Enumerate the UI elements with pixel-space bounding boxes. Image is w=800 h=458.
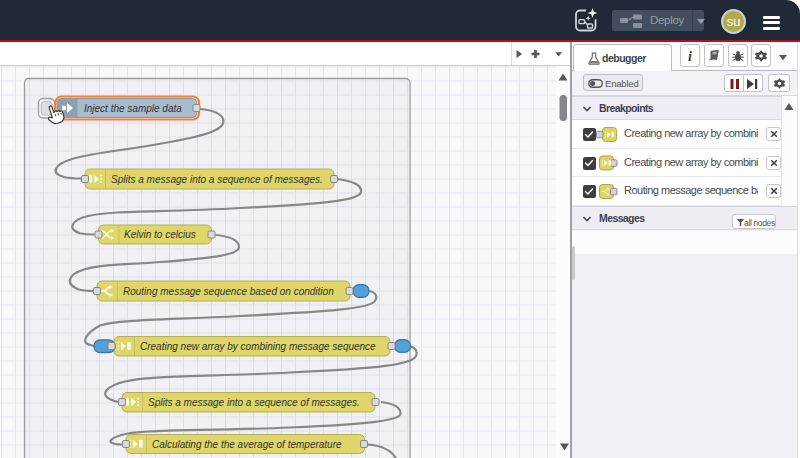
svg-text:Creating new array by combinin: Creating new array by combining message … [140, 341, 376, 352]
svg-text:Splits a message into a sequen: Splits a message into a sequence of mess… [111, 174, 323, 185]
svg-text:Splits a message into a sequen: Splits a message into a sequence of mess… [148, 397, 360, 408]
svg-text:Inject the sample data: Inject the sample data [84, 103, 182, 114]
svg-text:Calculating the the average of: Calculating the the average of temperatu… [152, 439, 342, 450]
svg-text:Routing message sequence based: Routing message sequence based on condit… [123, 286, 334, 297]
svg-text:Kelvin to celcius: Kelvin to celcius [124, 229, 196, 240]
